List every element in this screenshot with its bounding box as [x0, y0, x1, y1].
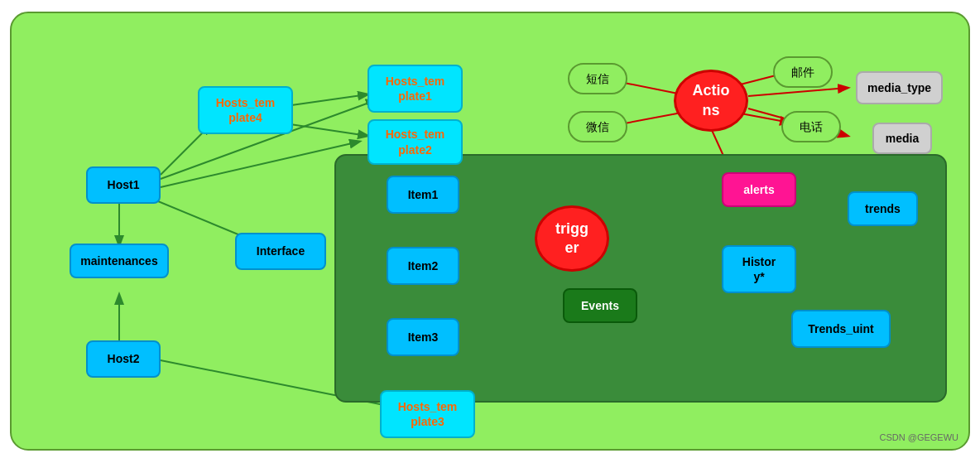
svg-line-26 [748, 88, 848, 96]
history-node: Histor y* [722, 245, 796, 293]
email-node: 邮件 [773, 56, 833, 88]
actions-node: Actio ns [674, 70, 748, 132]
hosts-template2-node: Hosts_tem plate2 [368, 119, 463, 165]
host2-node: Host2 [86, 340, 161, 378]
media-type-node: media_type [856, 71, 943, 104]
media-node: media [872, 123, 932, 154]
sms-node: 短信 [568, 63, 627, 94]
phone-node: 电话 [781, 111, 841, 142]
item1-node: Item1 [387, 176, 459, 214]
host1-node: Host1 [86, 166, 161, 204]
trigger-node: trigg er [535, 205, 609, 272]
hosts-template3-node: Hosts_tem plate3 [380, 390, 475, 438]
hosts-template1-node: Hosts_tem plate1 [368, 65, 463, 113]
trends-node: trends [848, 191, 918, 226]
main-diagram-container: Host1 Host2 maintenances Interface Hosts… [10, 12, 970, 451]
svg-line-1 [161, 142, 359, 187]
watermark: CSDN @GEGEWU [879, 432, 958, 442]
hosts-template4-node: Hosts_tem plate4 [198, 86, 293, 134]
wechat-node: 微信 [568, 111, 627, 142]
item2-node: Item2 [387, 247, 459, 285]
item3-node: Item3 [387, 318, 459, 356]
alerts-node: alerts [722, 172, 796, 207]
trends-uint-node: Trends_uint [791, 310, 891, 348]
events-node: Events [563, 288, 637, 323]
interface-node: Interface [235, 233, 326, 270]
maintenances-node: maintenances [70, 244, 169, 278]
